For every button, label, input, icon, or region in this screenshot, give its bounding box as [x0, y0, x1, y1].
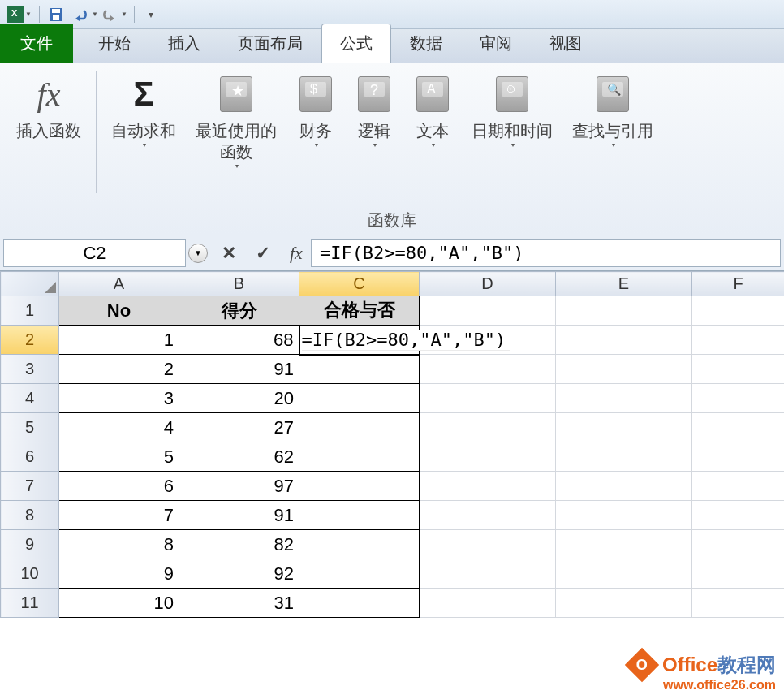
- cell[interactable]: 20: [179, 384, 299, 413]
- fx-button[interactable]: fx: [285, 243, 308, 264]
- cell[interactable]: [420, 296, 556, 326]
- cell[interactable]: [556, 472, 692, 501]
- cell[interactable]: [556, 413, 692, 442]
- logical-button[interactable]: ? 逻辑 ▾: [345, 71, 403, 152]
- cell[interactable]: =IF(B2>=80,"A","B"): [299, 326, 420, 355]
- cell[interactable]: [556, 589, 692, 618]
- cell[interactable]: [299, 384, 420, 413]
- cell[interactable]: [556, 442, 692, 472]
- select-all-corner[interactable]: [1, 272, 59, 296]
- col-header-b[interactable]: B: [179, 272, 299, 296]
- datetime-button[interactable]: ⏲ 日期和时间 ▾: [462, 71, 562, 152]
- save-button[interactable]: [43, 3, 69, 26]
- row-header[interactable]: 2: [1, 326, 59, 355]
- cell[interactable]: 97: [179, 472, 299, 501]
- cell[interactable]: 10: [59, 589, 179, 618]
- cell[interactable]: [692, 413, 785, 442]
- lookup-button[interactable]: 🔍 查找与引用 ▾: [562, 71, 663, 152]
- cell[interactable]: No: [59, 296, 179, 326]
- cell[interactable]: 27: [179, 413, 299, 442]
- financial-button[interactable]: $ 财务 ▾: [286, 71, 345, 152]
- row-header[interactable]: 3: [1, 355, 59, 384]
- cancel-button[interactable]: ✕: [217, 243, 241, 264]
- cell[interactable]: [692, 296, 785, 326]
- cell[interactable]: [299, 472, 420, 501]
- cell[interactable]: [692, 472, 785, 501]
- cell[interactable]: [420, 384, 556, 413]
- tab-view[interactable]: 视图: [531, 24, 601, 63]
- name-box[interactable]: C2 ▼: [3, 239, 186, 267]
- tab-home[interactable]: 开始: [80, 24, 149, 63]
- tab-review[interactable]: 审阅: [461, 24, 531, 63]
- cell[interactable]: 91: [179, 355, 299, 384]
- cell[interactable]: [420, 442, 556, 472]
- tab-file[interactable]: 文件: [0, 24, 73, 63]
- cell[interactable]: [556, 355, 692, 384]
- col-header-a[interactable]: A: [59, 272, 179, 296]
- cell[interactable]: [420, 501, 556, 530]
- cell[interactable]: [692, 384, 785, 413]
- app-icon[interactable]: ▼: [6, 3, 32, 26]
- cell[interactable]: 82: [179, 530, 299, 559]
- cell[interactable]: [420, 472, 556, 501]
- cell[interactable]: [556, 559, 692, 589]
- row-header[interactable]: 7: [1, 472, 59, 501]
- cell[interactable]: [556, 326, 692, 355]
- cell[interactable]: [420, 355, 556, 384]
- cell[interactable]: 6: [59, 472, 179, 501]
- cell[interactable]: [299, 501, 420, 530]
- cell[interactable]: 7: [59, 501, 179, 530]
- row-header[interactable]: 6: [1, 442, 59, 472]
- cell[interactable]: [299, 559, 420, 589]
- row-header[interactable]: 11: [1, 589, 59, 618]
- cell[interactable]: [299, 442, 420, 472]
- row-header[interactable]: 5: [1, 413, 59, 442]
- cell[interactable]: [299, 589, 420, 618]
- cell[interactable]: [556, 501, 692, 530]
- cell[interactable]: [420, 530, 556, 559]
- formula-input[interactable]: =IF(B2>=80,"A","B"): [311, 239, 781, 267]
- cell[interactable]: 2: [59, 355, 179, 384]
- cell[interactable]: [420, 589, 556, 618]
- enter-button[interactable]: ✓: [251, 243, 275, 264]
- cell[interactable]: [556, 296, 692, 326]
- cell[interactable]: [299, 355, 420, 384]
- insert-function-button[interactable]: fx 插入函数: [6, 71, 91, 145]
- cell[interactable]: 91: [179, 501, 299, 530]
- name-box-dropdown[interactable]: ▼: [188, 244, 208, 263]
- text-button[interactable]: A 文本 ▾: [403, 71, 462, 152]
- cell[interactable]: [299, 530, 420, 559]
- cell[interactable]: 31: [179, 589, 299, 618]
- cell[interactable]: [692, 326, 785, 355]
- cell[interactable]: 1: [59, 326, 179, 355]
- cell[interactable]: 62: [179, 442, 299, 472]
- cell[interactable]: [692, 501, 785, 530]
- cell[interactable]: 3: [59, 384, 179, 413]
- cell[interactable]: 4: [59, 413, 179, 442]
- col-header-f[interactable]: F: [692, 272, 785, 296]
- tab-insert[interactable]: 插入: [149, 24, 219, 63]
- recently-used-button[interactable]: ★ 最近使用的 函数 ▾: [186, 71, 286, 173]
- row-header[interactable]: 1: [1, 296, 59, 326]
- row-header[interactable]: 10: [1, 559, 59, 589]
- cell[interactable]: [692, 355, 785, 384]
- cell[interactable]: [692, 589, 785, 618]
- cell[interactable]: [556, 530, 692, 559]
- cell[interactable]: [556, 384, 692, 413]
- cell[interactable]: [692, 442, 785, 472]
- qat-customize-button[interactable]: ▾: [138, 3, 164, 26]
- cell[interactable]: 68: [179, 326, 299, 355]
- cell[interactable]: [692, 559, 785, 589]
- cell[interactable]: 92: [179, 559, 299, 589]
- col-header-d[interactable]: D: [420, 272, 556, 296]
- cell[interactable]: 5: [59, 442, 179, 472]
- cell[interactable]: 8: [59, 530, 179, 559]
- cell[interactable]: 9: [59, 559, 179, 589]
- cell[interactable]: [299, 413, 420, 442]
- col-header-e[interactable]: E: [556, 272, 692, 296]
- cell[interactable]: [420, 559, 556, 589]
- tab-data[interactable]: 数据: [391, 24, 461, 63]
- row-header[interactable]: 4: [1, 384, 59, 413]
- redo-button[interactable]: ▼: [101, 3, 127, 26]
- row-header[interactable]: 8: [1, 501, 59, 530]
